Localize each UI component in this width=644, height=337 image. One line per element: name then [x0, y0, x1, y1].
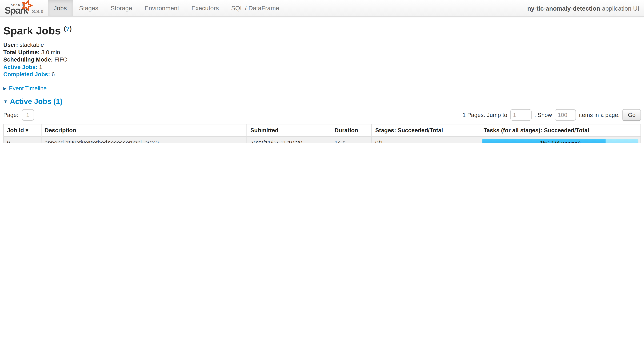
spark-logo: APACHE Spark	[4, 1, 30, 16]
spark-ui-page: APACHE Spark 3.3.0 JobsStagesStorageEnvi…	[0, 0, 644, 143]
active-jobs-table-body: 6 append at NativeMethodAccessorImpl.jav…	[4, 137, 641, 143]
summary-item-completed-jobs: Completed Jobs: 6	[3, 70, 641, 78]
page-input[interactable]	[22, 109, 34, 121]
active-jobs-table-header: Job Id ▾DescriptionSubmittedDurationStag…	[4, 124, 641, 137]
job-row-6: 6 append at NativeMethodAccessorImpl.jav…	[4, 137, 641, 143]
page-title: Spark Jobs (?)	[3, 22, 641, 37]
summary-list: User: stackableTotal Uptime: 3.0 minSche…	[3, 41, 641, 78]
show-label: . Show	[534, 112, 552, 118]
summary-item-scheduling-mode: Scheduling Mode: FIFO	[3, 56, 641, 63]
spark-star-icon	[20, 0, 33, 12]
nav-item-sql-dataframe[interactable]: SQL / DataFrame	[225, 0, 286, 16]
nav-menu: JobsStagesStorageEnvironmentExecutorsSQL…	[48, 0, 286, 16]
column-header-submitted[interactable]: Submitted	[247, 124, 331, 137]
column-header-tasks[interactable]: Tasks (for all stages): Succeeded/Total	[480, 124, 641, 137]
job-id-cell: 6	[4, 137, 41, 143]
summary-label-user: User:	[3, 41, 18, 48]
summary-item-user: User: stackable	[3, 41, 641, 48]
page-label: Page:	[3, 112, 18, 118]
job-description: append at NativeMethodAccessorImpl.java:…	[44, 139, 243, 143]
tasks-progress-bar: 15/19 (4 running)	[482, 139, 638, 143]
event-timeline-link[interactable]: Event Timeline	[9, 85, 46, 92]
summary-label-total-uptime: Total Uptime:	[3, 49, 40, 55]
progress-label: 15/19 (4 running)	[482, 139, 638, 143]
nav-item-storage[interactable]: Storage	[104, 0, 138, 16]
question-mark-icon: ?	[66, 25, 70, 32]
app-title: ny-tlc-anomaly-detection application UI	[527, 5, 644, 12]
nav-item-environment[interactable]: Environment	[138, 0, 185, 16]
active-jobs-header[interactable]: ▼Active Jobs (1)	[3, 97, 641, 106]
job-description-cell: append at NativeMethodAccessorImpl.java:…	[41, 137, 247, 143]
show-count-input[interactable]	[555, 109, 576, 121]
job-tasks-cell: 15/19 (4 running)	[480, 137, 641, 143]
job-stages-cell: 0/1	[372, 137, 480, 143]
summary-label-scheduling-mode: Scheduling Mode:	[3, 56, 53, 63]
nav-item-stages[interactable]: Stages	[73, 0, 104, 16]
pagination: Page: 1 Pages. Jump to . Show items in a…	[3, 109, 641, 121]
column-header-job-id[interactable]: Job Id ▾	[4, 124, 41, 137]
spark-version: 3.3.0	[32, 9, 44, 14]
job-submitted-cell: 2022/11/07 11:10:20	[247, 137, 331, 143]
summary-item-active-jobs: Active Jobs: 1	[3, 63, 641, 71]
event-timeline-toggle[interactable]: ▶ Event Timeline	[3, 85, 641, 92]
jump-to-input[interactable]	[510, 109, 532, 121]
collapsed-arrow-icon: ▶	[3, 86, 6, 90]
column-header-description[interactable]: Description	[41, 124, 247, 137]
app-name: ny-tlc-anomaly-detection	[527, 5, 600, 12]
job-duration-cell: 14 s	[331, 137, 372, 143]
summary-item-total-uptime: Total Uptime: 3.0 min	[3, 48, 641, 56]
navbar: APACHE Spark 3.3.0 JobsStagesStorageEnvi…	[0, 0, 644, 17]
go-button[interactable]: Go	[622, 109, 641, 121]
main-content: Spark Jobs (?) User: stackableTotal Upti…	[0, 22, 644, 143]
total-pages-label: 1 Pages. Jump to	[462, 112, 507, 118]
nav-item-executors[interactable]: Executors	[185, 0, 225, 16]
active-jobs-table: Job Id ▾DescriptionSubmittedDurationStag…	[3, 124, 641, 143]
summary-link-active-jobs[interactable]: Active Jobs:	[3, 64, 38, 70]
summary-link-completed-jobs[interactable]: Completed Jobs:	[3, 71, 50, 78]
column-header-stages[interactable]: Stages: Succeeded/Total	[372, 124, 480, 137]
spark-brand[interactable]: APACHE Spark 3.3.0	[0, 0, 48, 16]
help-link[interactable]: (?)	[64, 25, 72, 32]
expanded-arrow-icon: ▼	[3, 99, 8, 104]
nav-item-jobs[interactable]: Jobs	[48, 0, 73, 16]
app-ui-suffix: application UI	[600, 5, 639, 12]
items-in-page-label: items in a page.	[579, 112, 620, 118]
column-header-duration[interactable]: Duration	[331, 124, 372, 137]
